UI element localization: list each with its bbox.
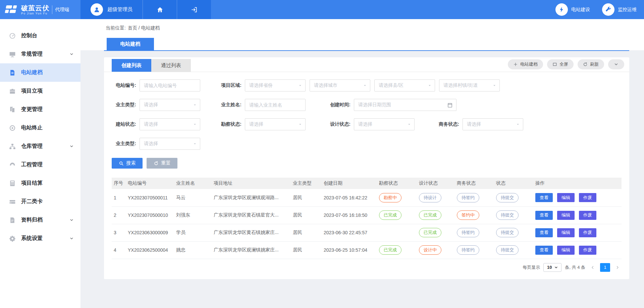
refresh-button[interactable]: 刷新 [578,59,604,69]
city-select[interactable]: 请选择城市 [310,79,370,91]
owner-name-input[interactable] [245,99,306,111]
table-cell: 2023-06-25 10:57:04 [322,241,377,259]
sidebar-item-data-archive[interactable]: 资料归档 [0,211,80,229]
filter-form: 电站编号:项目区域:请选择省份请选择城市请选择县/区请选择村镇/街道业主类型:请… [112,72,622,150]
collapse-button[interactable] [608,59,624,69]
home-button[interactable] [143,0,177,19]
sidebar-item-label: 项目结算 [21,180,74,187]
filter-label: 建站状态: [112,121,136,127]
page-tab-station-archive[interactable]: 电站建档 [107,38,154,50]
edit-button[interactable]: 编辑 [557,246,575,255]
caret-down-icon [193,103,197,107]
tab-passed-list[interactable]: 通过列表 [151,59,191,72]
sidebar-item-station-archive[interactable]: 电站建档 [0,63,80,82]
build-status-select[interactable]: 请选择 [140,118,200,130]
table-cell: YX2023062500004 [126,241,174,259]
void-button[interactable]: 作废 [579,193,596,202]
table-header-cell: 操作 [533,178,622,189]
sidebar-item-project-initiation[interactable]: 项目立项 [0,82,80,100]
status-cell: 已完成 [417,206,455,224]
per-page-select[interactable]: 10 [543,263,561,272]
status-cell: 待签约 [455,241,494,259]
select-placeholder: 请选择省份 [249,82,273,88]
sidebar-item-label: 项目立项 [21,87,74,95]
sidebar-item-engineering-management[interactable]: 工程管理 [0,156,80,174]
view-button[interactable]: 查看 [535,193,553,202]
page-1-button[interactable]: 1 [600,263,610,272]
logout-button[interactable] [177,0,211,19]
status-badge: 签约中 [457,210,479,220]
district-select[interactable]: 请选择县/区 [374,79,435,91]
sidebar-item-label: 仓库管理 [21,143,69,150]
sidebar-item-label: 变更管理 [21,106,74,113]
status-cell: 设计中 [417,241,455,259]
edit-button[interactable]: 编辑 [557,193,575,202]
sidebar-item-system-settings[interactable]: 系统设置 [0,229,80,248]
table-cell: 广东深圳龙华区观澜镇观湖路... [212,189,291,206]
search-button[interactable]: 搜索 [112,158,143,169]
sidebar-item-change-management[interactable]: 变更管理 [0,100,80,119]
nav-monitoring-ops[interactable]: 监控运维 [602,3,637,16]
design-status-select[interactable]: 请选择 [354,118,415,130]
status-badge: 待提交 [496,228,519,237]
create-time-range[interactable]: 请选择日期范围 [354,99,457,111]
nav-station-construction[interactable]: 电站建设 [555,3,590,16]
status-badge: 勘察中 [379,193,401,202]
next-page-button[interactable] [613,263,622,272]
view-button[interactable]: 查看 [535,246,553,255]
filter-row: 业主类型:请选择 [112,138,622,150]
tab-create-list[interactable]: 创建列表 [112,59,151,72]
owner-type-select-2[interactable]: 请选择 [140,138,200,150]
void-button[interactable]: 作废 [579,246,596,255]
reset-button[interactable]: 重置 [147,158,177,169]
prev-page-button[interactable] [589,263,597,272]
sidebar-item-general-management[interactable]: 常规管理 [0,45,80,63]
caret-down-icon [427,83,432,88]
table-row: 3YX2023063000009学员广东深圳龙华区黄石镇姚家庄...居民2023… [112,224,622,241]
table-row: 4YX2023062500004姚忠广东深圳龙华区观澜镇姚家庄...居民2023… [112,241,622,259]
sidebar-item-warehouse-management[interactable]: 仓库管理 [0,137,80,156]
sidebar-item-label: 控制台 [21,32,74,39]
avatar [91,3,103,16]
table-header-row: 序号电站编号业主姓名项目地址业主类型创建日期勘察状态设计状态商务状态状态操作 [112,178,622,189]
actions-cell: 查看编辑作废 [533,224,622,241]
bolt-icon [558,6,565,13]
province-select[interactable]: 请选择省份 [245,79,306,91]
sidebar-item-station-termination[interactable]: 电站终止 [0,119,80,137]
survey-status-select[interactable]: 请选择 [245,118,306,130]
reset-button-label: 重置 [161,160,171,166]
void-button[interactable]: 作废 [579,228,596,237]
caret-down-icon [516,122,520,127]
filter-label: 电站编号: [112,82,136,88]
edit-button[interactable]: 编辑 [557,228,575,237]
view-button[interactable]: 查看 [535,211,553,220]
logout-icon [191,6,198,13]
sidebar-item-project-settlement[interactable]: 项目结算 [0,174,80,192]
user-icon [93,6,101,13]
select-placeholder: 请选择 [144,141,158,147]
total-count-label: 条, 共 4 条 [565,264,585,270]
status-cell: 待设计 [417,189,455,206]
caret-down-icon [363,83,367,88]
edit-button[interactable]: 编辑 [557,211,575,220]
breadcrumb-path[interactable]: 首页 / 电站建档 [128,25,160,31]
town-select[interactable]: 请选择村镇/街道 [439,79,500,91]
sidebar-item-label: 常规管理 [21,51,69,58]
table-cell: YX2023070500010 [126,206,174,224]
void-button[interactable]: 作废 [579,211,596,220]
business-status-select[interactable]: 请选择 [463,118,523,130]
create-station-button[interactable]: 电站建档 [508,59,543,69]
pagination: 每页显示 10 条, 共 4 条 1 [112,263,622,272]
status-badge: 待签约 [457,228,479,237]
station-number-input[interactable] [140,79,200,91]
sidebar-item-second-type-card[interactable]: 开二类卡 [0,192,80,211]
chevron-down-icon [69,236,74,241]
view-button[interactable]: 查看 [535,228,553,237]
sidebar-item-console[interactable]: 控制台 [0,26,80,45]
user-menu[interactable]: 超级管理员 [80,0,143,19]
gear-icon [9,235,16,242]
fullscreen-button[interactable]: 全屏 [547,59,574,69]
status-cell: 已完成 [377,206,417,224]
owner-type-select[interactable]: 请选择 [140,99,200,111]
table-wrap: 序号电站编号业主姓名项目地址业主类型创建日期勘察状态设计状态商务状态状态操作1Y… [112,178,622,259]
